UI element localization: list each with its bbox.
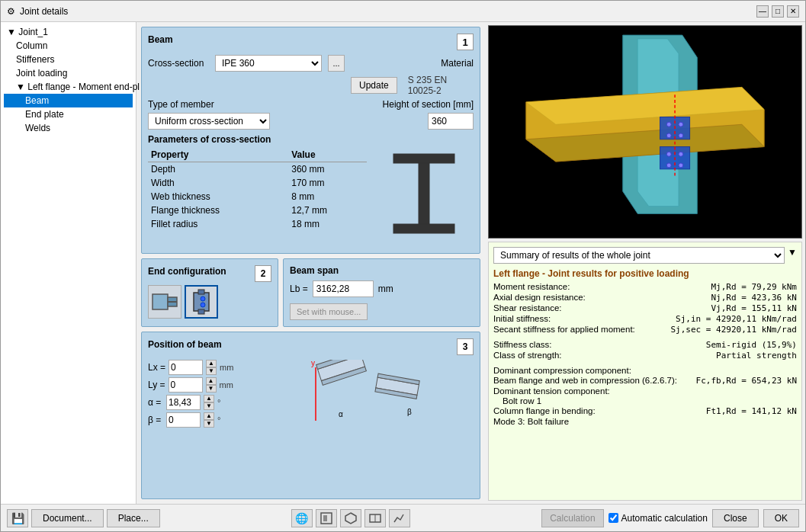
title-bar-controls: — □ ✕ bbox=[756, 5, 799, 18]
end-beam-row: End configuration 2 bbox=[141, 258, 480, 327]
bottom-bar: 💾 Document... Place... 🌐 Calculation A bbox=[1, 504, 805, 531]
place-button[interactable]: Place... bbox=[107, 509, 160, 527]
tree-item-end-plate[interactable]: End plate bbox=[4, 107, 133, 121]
calculation-button[interactable]: Calculation bbox=[541, 509, 603, 527]
position-header: Position of beam bbox=[148, 339, 222, 350]
bottom-right: Calculation Automatic calculation Close … bbox=[541, 509, 799, 527]
svg-text:α: α bbox=[339, 410, 343, 418]
position-diagram: y α bbox=[241, 360, 474, 436]
save-button[interactable]: 💾 bbox=[7, 509, 28, 527]
alpha-input[interactable] bbox=[166, 395, 201, 410]
minimize-button[interactable]: — bbox=[756, 5, 769, 18]
initial-stiffness-value: Sj,in = 42920,11 kNm/rad bbox=[676, 314, 797, 324]
ok-button[interactable]: OK bbox=[763, 509, 799, 527]
tree-item-stiffeners[interactable]: Stiffeners bbox=[4, 53, 133, 66]
dominant-comp-label: Dominant compression component: bbox=[493, 366, 797, 375]
tree-item-left-flange[interactable]: ▼ Left flange - Moment end-pl bbox=[4, 80, 133, 94]
results-title: Left flange - Joint results for positive… bbox=[493, 268, 797, 279]
tree-item-joint1[interactable]: ▼ Joint_1 bbox=[4, 25, 133, 39]
set-mouse-button[interactable]: Set with mouse... bbox=[290, 303, 368, 320]
alpha-unit: ° bbox=[217, 398, 220, 407]
close-window-button[interactable]: ✕ bbox=[787, 5, 799, 18]
axial-resistance-value: Nj,Rd = 423,36 kN bbox=[711, 293, 797, 303]
dominant-tension-col-label: Column flange in bending: bbox=[493, 406, 596, 416]
alpha-label: α = bbox=[148, 397, 163, 408]
shear-resistance-value: Vj,Rd = 155,11 kN bbox=[711, 303, 797, 313]
auto-calc-checkbox[interactable] bbox=[609, 513, 618, 523]
dominant-tension-bolt: Bolt row 1 bbox=[493, 396, 797, 405]
height-label: Height of section [mm] bbox=[383, 99, 474, 110]
close-button[interactable]: Close bbox=[712, 509, 759, 527]
cross-section-select[interactable]: IPE 360 bbox=[215, 55, 322, 72]
dominant-comp-desc-row: Beam flange and web in compression (6.2.… bbox=[493, 376, 797, 386]
globe-icon-button[interactable]: 🌐 bbox=[291, 509, 313, 527]
beam-span-section: Beam span Lb = mm Set with mouse... bbox=[283, 258, 480, 327]
view-3d-button[interactable] bbox=[340, 509, 361, 527]
dropdown-arrow-icon: ▼ bbox=[788, 247, 797, 264]
svg-point-33 bbox=[666, 152, 671, 156]
svg-marker-40 bbox=[345, 513, 356, 524]
alpha-up-button[interactable]: ▲ bbox=[204, 395, 214, 402]
cross-section-label: Cross-section bbox=[148, 58, 209, 69]
section-view-button[interactable] bbox=[364, 509, 386, 527]
class-strength-value: Partial strength bbox=[716, 351, 797, 361]
lb-row: Lb = mm bbox=[290, 280, 474, 297]
tree-item-welds[interactable]: Welds bbox=[4, 121, 133, 135]
class-strength-row: Class of strength: Partial strength bbox=[493, 351, 797, 361]
lx-up-button[interactable]: ▲ bbox=[206, 360, 217, 367]
svg-point-9 bbox=[201, 296, 205, 301]
document-button[interactable]: Document... bbox=[31, 509, 104, 527]
lx-down-button[interactable]: ▼ bbox=[206, 367, 217, 375]
beam-section-header: Beam bbox=[148, 34, 173, 45]
title-bar: ⚙ Joint details — □ ✕ bbox=[1, 1, 805, 22]
initial-stiffness-label: Initial stiffness: bbox=[493, 314, 551, 324]
end-config-btn-2[interactable] bbox=[185, 285, 218, 319]
params-table: Property Value Depth360 mmWidth170 mmWeb… bbox=[148, 148, 367, 247]
height-input[interactable] bbox=[428, 113, 474, 130]
moment-resistance-row: Moment resistance: Mj,Rd = 79,29 kNm bbox=[493, 282, 797, 292]
beta-up-button[interactable]: ▲ bbox=[204, 412, 214, 420]
end-config-btn-1[interactable] bbox=[148, 285, 181, 319]
material-value: S 235 EN 10025-2 bbox=[408, 75, 474, 96]
lx-input[interactable] bbox=[169, 360, 203, 375]
params-section: Parameters of cross-section Property Val… bbox=[148, 134, 474, 247]
dominant-tension-col-row: Column flange in bending: Ft1,Rd = 141,1… bbox=[493, 406, 797, 416]
ly-input[interactable] bbox=[169, 377, 203, 393]
axial-resistance-label: Axial design resistance: bbox=[493, 293, 586, 303]
table-row: Width170 mm bbox=[148, 176, 367, 190]
tree-item-beam[interactable]: Beam bbox=[4, 94, 133, 107]
type-value-row: Uniform cross-section bbox=[148, 113, 474, 130]
update-button[interactable]: Update bbox=[351, 77, 397, 94]
cross-section-dots-button[interactable]: ... bbox=[328, 55, 345, 72]
ly-up-button[interactable]: ▲ bbox=[206, 377, 217, 385]
diagram-button[interactable] bbox=[389, 509, 410, 527]
tree-item-column[interactable]: Column bbox=[4, 39, 133, 53]
beta-down-button[interactable]: ▼ bbox=[204, 420, 214, 428]
alpha-down-button[interactable]: ▼ bbox=[204, 402, 214, 410]
results-dropdown-row: Summary of results of the whole joint ▼ bbox=[493, 247, 797, 264]
maximize-button[interactable]: □ bbox=[772, 5, 784, 18]
beta-unit: ° bbox=[217, 415, 220, 425]
tree-item-joint-loading[interactable]: Joint loading bbox=[4, 66, 133, 80]
ly-down-button[interactable]: ▼ bbox=[206, 385, 217, 393]
svg-point-36 bbox=[679, 163, 683, 168]
view-2d-button[interactable] bbox=[316, 509, 337, 527]
ly-row: Ly = ▲ ▼ mm bbox=[148, 377, 233, 393]
svg-point-35 bbox=[666, 163, 671, 168]
initial-stiffness-row: Initial stiffness: Sj,in = 42920,11 kNm/… bbox=[493, 314, 797, 324]
lb-input[interactable] bbox=[313, 280, 374, 297]
results-dropdown[interactable]: Summary of results of the whole joint bbox=[493, 247, 785, 264]
table-row: Fillet radius18 mm bbox=[148, 217, 367, 231]
dominant-tension-label: Dominant tension component: bbox=[493, 386, 797, 396]
type-member-select[interactable]: Uniform cross-section bbox=[148, 113, 270, 130]
beta-input[interactable] bbox=[166, 412, 201, 428]
moment-resistance-label: Moment resistance: bbox=[493, 282, 570, 292]
type-member-row: Type of member Height of section [mm] bbox=[148, 99, 474, 110]
window-icon: ⚙ bbox=[7, 6, 15, 17]
alpha-row: α = ▲ ▼ ° bbox=[148, 395, 233, 410]
results-panel: Summary of results of the whole joint ▼ … bbox=[488, 242, 802, 501]
dominant-tension-col-value: Ft1,Rd = 141,12 kN bbox=[706, 406, 797, 416]
auto-calc-label: Automatic calculation bbox=[621, 513, 708, 524]
shear-resistance-row: Shear resistance: Vj,Rd = 155,11 kN bbox=[493, 303, 797, 313]
end-config-section: End configuration 2 bbox=[141, 258, 278, 327]
